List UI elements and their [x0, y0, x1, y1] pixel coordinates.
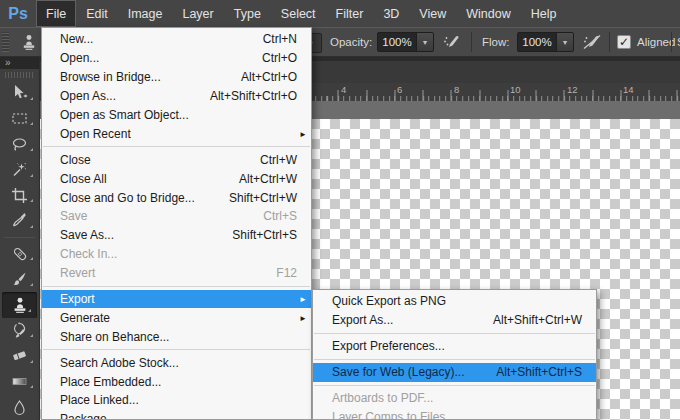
menu-item-open-as-smart-object[interactable]: Open as Smart Object...	[42, 106, 311, 125]
menu-item-package-clipped[interactable]: Package...	[42, 410, 311, 420]
submenu-arrow-icon: ►	[299, 295, 307, 304]
menu-item-export[interactable]: Export ►	[42, 290, 311, 309]
ruler-number: 4	[341, 84, 346, 95]
lasso-tool[interactable]	[0, 131, 39, 157]
menu-item-artboards-to-pdf: Artboards to PDF...	[313, 389, 596, 408]
tools-panel: »	[0, 57, 40, 420]
menubar-item-file[interactable]: File	[36, 0, 76, 27]
menu-item-export-as[interactable]: Export As...Alt+Shift+Ctrl+W	[313, 311, 596, 330]
menu-item-share-on-behance[interactable]: Share on Behance...	[42, 327, 311, 346]
subtool-indicator	[28, 309, 31, 312]
menu-item-save-for-web-legacy[interactable]: Save for Web (Legacy)...Alt+Shift+Ctrl+S	[313, 363, 596, 382]
menubar-item-type[interactable]: Type	[224, 0, 271, 27]
menubar-item-window[interactable]: Window	[456, 0, 520, 27]
flow-dropdown-button[interactable]: ▾	[556, 33, 573, 51]
ruler-number: 14	[623, 84, 634, 95]
menubar-item-select[interactable]: Select	[271, 0, 326, 27]
flow-value[interactable]: 100%	[518, 33, 556, 51]
eraser-tool[interactable]	[0, 343, 39, 369]
history-brush-tool[interactable]	[0, 318, 39, 344]
menu-item-place-embedded[interactable]: Place Embedded...	[42, 372, 311, 391]
submenu-arrow-icon: ►	[299, 129, 307, 138]
ruler-number: 8	[454, 84, 459, 95]
airbrush-icon[interactable]	[580, 28, 604, 56]
menu-item-search-adobe-stock[interactable]: Search Adobe Stock...	[42, 353, 311, 372]
menu-item-place-linked[interactable]: Place Linked...	[42, 391, 311, 410]
menu-separator	[314, 385, 595, 386]
options-separator	[671, 32, 672, 52]
options-separator	[471, 32, 472, 52]
subtool-indicator	[30, 199, 33, 202]
subtool-indicator	[30, 257, 33, 260]
flow-label: Flow:	[482, 28, 509, 56]
opacity-dropdown[interactable]: 100% ▾	[377, 32, 434, 52]
panel-grip[interactable]	[5, 72, 34, 78]
menu-item-open[interactable]: Open...Ctrl+O	[42, 49, 311, 68]
check-icon: ✓	[619, 35, 629, 49]
aligned-checkbox[interactable]: ✓	[617, 35, 631, 49]
menu-item-save-as[interactable]: Save As...Shift+Ctrl+S	[42, 226, 311, 245]
menubar-item-edit[interactable]: Edit	[76, 0, 118, 27]
gradient-tool[interactable]	[0, 369, 39, 395]
menubar-item-view[interactable]: View	[409, 0, 456, 27]
eyedropper-tool[interactable]	[0, 208, 39, 234]
move-tool[interactable]	[0, 80, 39, 106]
clone-stamp-tool[interactable]	[2, 292, 37, 318]
magic-wand-tool[interactable]	[0, 157, 39, 183]
ruler-number: 12	[567, 84, 578, 95]
brush-tool[interactable]	[0, 266, 39, 292]
tool-preset-clone-stamp-icon[interactable]	[20, 28, 38, 56]
subtool-indicator	[30, 334, 33, 337]
photoshop-logo: Ps	[0, 0, 36, 27]
export-submenu: Quick Export as PNG Export As...Alt+Shif…	[312, 289, 597, 420]
aligned-label: Aligned	[637, 28, 675, 56]
menu-item-export-preferences[interactable]: Export Preferences...	[313, 337, 596, 356]
menubar: Ps File Edit Image Layer Type Select Fil…	[0, 0, 680, 27]
collapse-panel-icon[interactable]: »	[0, 57, 39, 69]
menu-separator	[314, 333, 595, 334]
menu-item-open-recent[interactable]: Open Recent ►	[42, 124, 311, 143]
subtool-indicator	[30, 283, 33, 286]
menu-item-check-in: Check In...	[42, 245, 311, 264]
subtool-indicator	[30, 385, 33, 388]
menu-item-layer-comps-to-files-clipped: Layer Comps to Files...	[313, 407, 596, 420]
options-bar-grip[interactable]	[2, 32, 9, 52]
menubar-item-help[interactable]: Help	[521, 0, 567, 27]
menu-separator	[43, 146, 310, 147]
subtool-indicator	[30, 174, 33, 177]
subtool-indicator	[30, 225, 33, 228]
subtool-indicator	[30, 122, 33, 125]
rectangular-marquee-tool[interactable]	[0, 106, 39, 132]
ruler-number: 10	[510, 84, 521, 95]
ruler-number: 6	[397, 84, 402, 95]
menu-item-close[interactable]: CloseCtrl+W	[42, 150, 311, 169]
menu-item-quick-export-as-png[interactable]: Quick Export as PNG	[313, 292, 596, 311]
menu-item-open-as[interactable]: Open As...Alt+Shift+Ctrl+O	[42, 87, 311, 106]
menu-separator	[314, 359, 595, 360]
menu-item-generate[interactable]: Generate ►	[42, 308, 311, 327]
spot-healing-brush-tool[interactable]	[0, 241, 39, 267]
blur-tool[interactable]	[0, 394, 39, 420]
subtool-indicator	[30, 148, 33, 151]
file-menu-dropdown: New...Ctrl+N Open...Ctrl+O Browse in Bri…	[41, 27, 312, 420]
menu-item-new[interactable]: New...Ctrl+N	[42, 30, 311, 49]
menu-separator	[43, 349, 310, 350]
menubar-item-filter[interactable]: Filter	[326, 0, 374, 27]
chevron-down-icon: ▾	[423, 38, 427, 47]
menubar-item-3d[interactable]: 3D	[373, 0, 409, 27]
crop-tool[interactable]	[0, 183, 39, 209]
menubar-item-image[interactable]: Image	[118, 0, 173, 27]
menu-item-close-all[interactable]: Close AllAlt+Ctrl+W	[42, 169, 311, 188]
menu-item-save: SaveCtrl+S	[42, 207, 311, 226]
opacity-value[interactable]: 100%	[378, 33, 416, 51]
menu-item-revert: RevertF12	[42, 264, 311, 283]
airbrush-opacity-pressure-icon[interactable]	[441, 28, 463, 56]
chevron-down-icon: ▾	[563, 38, 567, 47]
options-separator	[609, 32, 610, 52]
flow-dropdown[interactable]: 100% ▾	[517, 32, 574, 52]
subtool-indicator	[30, 360, 33, 363]
opacity-dropdown-button[interactable]: ▾	[416, 33, 433, 51]
menu-item-close-and-go-to-bridge[interactable]: Close and Go to Bridge...Shift+Ctrl+W	[42, 188, 311, 207]
menubar-item-layer[interactable]: Layer	[172, 0, 223, 27]
menu-item-browse-in-bridge[interactable]: Browse in Bridge...Alt+Ctrl+O	[42, 68, 311, 87]
